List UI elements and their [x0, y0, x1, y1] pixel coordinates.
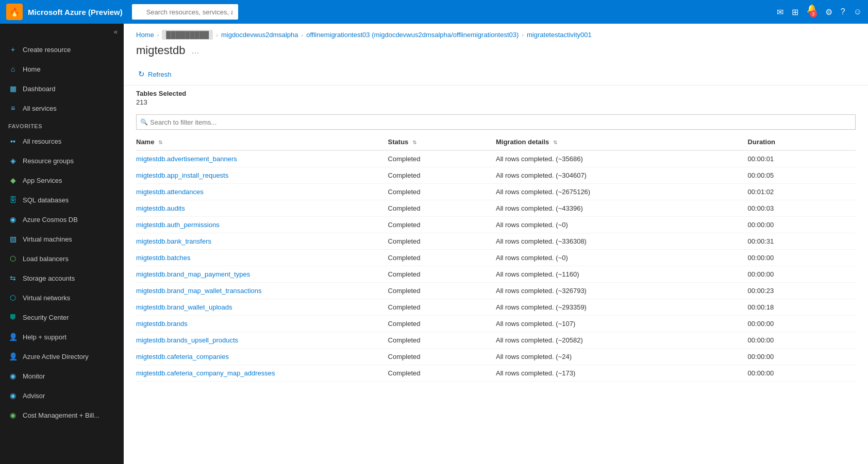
row-duration-10: 00:00:00: [748, 316, 856, 332]
topbar: 🔥 Microsoft Azure (Preview) 🔍 ✉ ⊞ 🔔3 ⚙ ?…: [0, 0, 868, 24]
row-duration-4: 00:00:00: [748, 217, 856, 233]
help-support-icon: 👤: [8, 332, 18, 341]
virtual-machines-icon: ▨: [8, 234, 18, 244]
row-name-2[interactable]: migtestdb.attendances: [136, 184, 388, 200]
sort-icon-1: ⇅: [412, 140, 416, 145]
sort-icon-0: ⇅: [158, 140, 162, 145]
account-icon[interactable]: ☺: [854, 7, 862, 16]
row-name-4[interactable]: migtestdb.auth_permissions: [136, 217, 388, 233]
row-duration-8: 00:00:23: [748, 283, 856, 299]
help-icon[interactable]: ?: [841, 7, 845, 16]
row-migration-3: All rows completed. (~43396): [496, 200, 748, 217]
breadcrumb-item-1[interactable]: █████████: [162, 30, 213, 40]
row-name-8[interactable]: migtestdb.brand_map_wallet_transactions: [136, 283, 388, 299]
row-name-6[interactable]: migtestdb.batches: [136, 250, 388, 266]
row-migration-0: All rows completed. (~35686): [496, 150, 748, 167]
row-duration-12: 00:00:00: [748, 349, 856, 365]
sidebar-item-virtual-networks[interactable]: ⬡Virtual networks: [0, 288, 124, 307]
sidebar-item-advisor[interactable]: ◉Advisor: [0, 386, 124, 405]
sidebar-item-home[interactable]: ⌂Home: [0, 59, 124, 79]
row-migration-12: All rows completed. (~24): [496, 349, 748, 365]
sidebar-item-sql-databases[interactable]: 🗄SQL databases: [0, 190, 124, 210]
monitor-icon: ◉: [8, 371, 18, 381]
row-name-12[interactable]: migtestdb.cafeteria_companies: [136, 349, 388, 365]
filter-input[interactable]: [136, 114, 856, 130]
row-status-13: Completed: [388, 365, 496, 382]
breadcrumb-sep-4: ›: [522, 32, 524, 38]
row-name-0[interactable]: migtestdb.advertisement_banners: [136, 150, 388, 167]
row-status-11: Completed: [388, 332, 496, 349]
table-row: migtestdb.brand_map_payment_typesComplet…: [136, 266, 856, 283]
row-migration-11: All rows completed. (~20582): [496, 332, 748, 349]
sidebar-item-monitor[interactable]: ◉Monitor: [0, 366, 124, 386]
col-header-status[interactable]: Status ⇅: [388, 134, 496, 150]
sidebar-item-help-support[interactable]: 👤Help + support: [0, 327, 124, 347]
row-name-9[interactable]: migtestdb.brand_wallet_uploads: [136, 299, 388, 316]
sidebar-item-virtual-machines[interactable]: ▨Virtual machines: [0, 229, 124, 249]
help-support-label: Help + support: [23, 333, 66, 341]
breadcrumb-sep-1: ›: [157, 32, 159, 38]
stats-row: Tables Selected 213: [124, 85, 868, 112]
layout: « +Create resource⌂Home▦Dashboard≡All se…: [0, 24, 868, 464]
breadcrumb: Home›█████████›migdocdevwus2dmsalpha›off…: [124, 24, 868, 42]
sidebar-item-all-services[interactable]: ≡All services: [0, 98, 124, 118]
sidebar-item-azure-cosmos-db[interactable]: ◉Azure Cosmos DB: [0, 210, 124, 229]
table-row: migtestdb.auditsCompletedAll rows comple…: [136, 200, 856, 217]
row-duration-11: 00:00:00: [748, 332, 856, 349]
row-name-10[interactable]: migtestdb.brands: [136, 316, 388, 332]
sidebar-item-security-center[interactable]: ⛊Security Center: [0, 307, 124, 327]
refresh-icon: ↻: [138, 70, 145, 79]
notifications-icon[interactable]: 🔔3: [807, 4, 817, 21]
migration-table: Name ⇅Status ⇅Migration details ⇅Duratio…: [136, 134, 856, 382]
sidebar-item-load-balancers[interactable]: ⬡Load balancers: [0, 249, 124, 268]
dashboard-label: Dashboard: [23, 85, 56, 93]
sidebar-item-dashboard[interactable]: ▦Dashboard: [0, 79, 124, 98]
row-duration-9: 00:00:18: [748, 299, 856, 316]
col-header-name[interactable]: Name ⇅: [136, 134, 388, 150]
collapse-button[interactable]: «: [0, 24, 124, 40]
sidebar-item-storage-accounts[interactable]: ⇆Storage accounts: [0, 268, 124, 288]
row-migration-4: All rows completed. (~0): [496, 217, 748, 233]
security-center-label: Security Center: [23, 314, 69, 321]
settings-icon[interactable]: ⚙: [825, 7, 832, 17]
row-name-7[interactable]: migtestdb.brand_map_payment_types: [136, 266, 388, 283]
row-name-5[interactable]: migtestdb.bank_transfers: [136, 233, 388, 250]
row-status-2: Completed: [388, 184, 496, 200]
page-title-menu-icon[interactable]: ...: [191, 45, 199, 56]
refresh-button[interactable]: ↻ Refresh: [136, 67, 174, 81]
row-status-10: Completed: [388, 316, 496, 332]
breadcrumb-item-0[interactable]: Home: [136, 31, 154, 39]
sidebar-item-azure-active-directory[interactable]: 👤Azure Active Directory: [0, 347, 124, 366]
advisor-icon: ◉: [8, 391, 18, 400]
advisor-label: Advisor: [23, 392, 45, 400]
table-wrap: Name ⇅Status ⇅Migration details ⇅Duratio…: [124, 134, 868, 464]
row-name-1[interactable]: migtestdb.app_install_requests: [136, 167, 388, 184]
row-name-11[interactable]: migtestdb.brands_upsell_products: [136, 332, 388, 349]
virtual-machines-label: Virtual machines: [23, 235, 72, 243]
sidebar-item-resource-groups[interactable]: ◈Resource groups: [0, 151, 124, 170]
all-resources-label: All resources: [23, 138, 61, 145]
filter-row: 🔍: [124, 112, 868, 134]
row-migration-2: All rows completed. (~2675126): [496, 184, 748, 200]
sidebar-item-cost-management[interactable]: ◉Cost Management + Bill...: [0, 405, 124, 425]
row-migration-1: All rows completed. (~304607): [496, 167, 748, 184]
search-wrap: 🔍: [132, 4, 441, 20]
row-name-3[interactable]: migtestdb.audits: [136, 200, 388, 217]
col-header-migration_details[interactable]: Migration details ⇅: [496, 134, 748, 150]
row-migration-8: All rows completed. (~326793): [496, 283, 748, 299]
azure-cosmos-db-icon: ◉: [8, 215, 18, 224]
sidebar-item-create-resource[interactable]: +Create resource: [0, 40, 124, 59]
row-name-13[interactable]: migtestdb.cafeteria_company_map_addresse…: [136, 365, 388, 382]
sidebar-item-app-services[interactable]: ◆App Services: [0, 170, 124, 190]
portal-icon[interactable]: ⊞: [792, 7, 798, 17]
search-input[interactable]: [132, 4, 238, 20]
email-icon[interactable]: ✉: [777, 7, 783, 17]
breadcrumb-item-3[interactable]: offlinemigrationtest03 (migdocdevwus2dms…: [306, 31, 519, 39]
filter-search-icon: 🔍: [140, 118, 148, 126]
sidebar-item-all-resources[interactable]: ▪▪All resources: [0, 131, 124, 151]
breadcrumb-item-2[interactable]: migdocdevwus2dmsalpha: [221, 31, 298, 39]
table-row: migtestdb.brand_wallet_uploadsCompletedA…: [136, 299, 856, 316]
table-row: migtestdb.brands_upsell_productsComplete…: [136, 332, 856, 349]
row-migration-13: All rows completed. (~173): [496, 365, 748, 382]
table-row: migtestdb.cafeteria_company_map_addresse…: [136, 365, 856, 382]
